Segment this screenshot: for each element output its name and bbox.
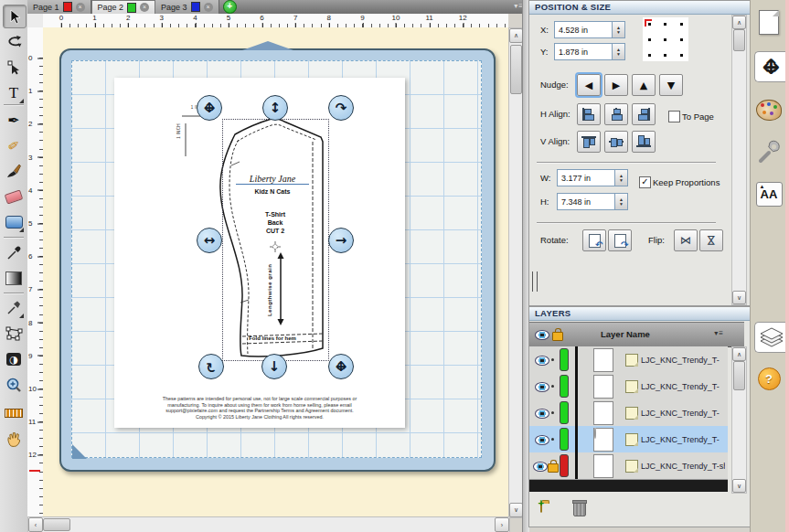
anchor-point-grid[interactable] xyxy=(643,17,688,61)
keep-proportions-checkbox[interactable]: ✓ xyxy=(639,176,651,188)
knife-tool-button[interactable] xyxy=(3,297,25,319)
panel-scrollbar[interactable]: ∧ ∨ xyxy=(731,15,747,305)
y-input[interactable]: 1.878 in ▲▼ xyxy=(554,43,625,60)
scroll-up-icon[interactable]: ∧ xyxy=(732,16,746,29)
layer-thumbnail[interactable] xyxy=(593,454,613,478)
tab-page-2[interactable]: Page 2 × xyxy=(91,0,156,14)
layers-menu-icon[interactable]: ▾≡ xyxy=(714,329,724,337)
canvas-viewport[interactable]: 1 INCH 1 INCH Liberty Jane Kidz N Cats T… xyxy=(43,27,508,516)
width-input[interactable]: 3.177 in ▲▼ xyxy=(557,169,628,186)
help-button[interactable]: ? xyxy=(754,364,784,393)
fonts-tab-button[interactable]: ▲AA xyxy=(754,179,784,208)
pages-tab-button[interactable] xyxy=(754,7,784,37)
close-tab-icon[interactable]: × xyxy=(76,3,85,12)
shape-tool-button[interactable] xyxy=(3,211,25,233)
layer-row[interactable]: LJC_KNC_Trendy_T- xyxy=(529,399,728,427)
layer-color-bar[interactable] xyxy=(560,348,569,371)
handle-rotate-top-right[interactable]: ↷ xyxy=(328,95,354,121)
layer-row[interactable]: LJC_KNC_Trendy_T- xyxy=(529,373,728,400)
visibility-column-eye-icon[interactable] xyxy=(535,330,549,340)
handle-rotate-bottom-left[interactable]: ↷ xyxy=(198,354,224,379)
handle-stretch-bottom[interactable]: ↓ xyxy=(261,354,287,379)
rotate-left-button[interactable]: ↶ xyxy=(582,229,606,251)
nudge-left-button[interactable]: ◀ xyxy=(577,74,601,96)
outline-tool-button[interactable] xyxy=(3,323,25,345)
scroll-down-icon[interactable]: ∨ xyxy=(732,291,746,304)
v-scroll-thumb[interactable] xyxy=(510,45,522,94)
gradient-fill-tool-button[interactable] xyxy=(3,267,25,289)
tools-tab-button[interactable] xyxy=(754,137,784,166)
pen-tool-button[interactable]: ✒ xyxy=(3,109,25,131)
layer-visibility-eye-icon[interactable] xyxy=(533,462,548,472)
rotate-tool-button[interactable] xyxy=(3,31,25,53)
scroll-down-icon[interactable]: ∨ xyxy=(732,479,746,493)
nudge-down-button[interactable]: ▼ xyxy=(659,74,683,96)
scroll-down-icon[interactable]: ∨ xyxy=(509,503,523,517)
layer-color-bar[interactable] xyxy=(560,428,569,451)
align-bottom-button[interactable] xyxy=(632,131,656,153)
scroll-up-icon[interactable]: ∧ xyxy=(732,347,746,361)
y-spinner[interactable]: ▲▼ xyxy=(612,44,624,59)
w-spinner[interactable]: ▲▼ xyxy=(614,170,627,186)
layer-color-bar[interactable] xyxy=(560,454,569,477)
layer-visibility-eye-icon[interactable] xyxy=(535,409,549,419)
layers-scrollbar[interactable]: ∧ ∨ xyxy=(731,346,747,494)
layer-row-selected[interactable]: LJC_KNC_Trendy_T- xyxy=(529,426,728,453)
align-left-button[interactable] xyxy=(577,103,601,125)
align-top-button[interactable] xyxy=(577,131,601,153)
tab-page-1[interactable]: Page 1 × xyxy=(27,0,91,14)
nudge-right-button[interactable]: ▶ xyxy=(604,74,628,96)
tab-page-3[interactable]: Page 3 × xyxy=(155,0,219,14)
scroll-up-icon[interactable]: ∧ xyxy=(509,28,523,43)
layer-visibility-eye-icon[interactable] xyxy=(535,435,549,445)
handle-stretch-right[interactable]: → xyxy=(328,228,354,253)
lock-column-padlock-icon[interactable] xyxy=(552,332,563,341)
x-spinner[interactable]: ▲▼ xyxy=(612,22,624,37)
layer-row[interactable]: LJC_KNC_Trendy_T- xyxy=(529,346,728,374)
rotate-right-button[interactable]: ↷ xyxy=(608,229,632,251)
panel-resize-grip[interactable] xyxy=(532,271,538,292)
layer-thumbnail[interactable] xyxy=(593,428,613,452)
close-tab-icon[interactable]: × xyxy=(140,3,149,12)
layer-color-bar[interactable] xyxy=(560,375,569,398)
layers-scroll-thumb[interactable] xyxy=(733,361,745,390)
eraser-tool-button[interactable] xyxy=(3,186,25,207)
align-middle-v-button[interactable] xyxy=(604,131,628,153)
close-tab-icon[interactable]: × xyxy=(204,3,213,12)
h-scroll-thumb[interactable] xyxy=(43,518,70,531)
handle-move-bottom-right[interactable]: ↔↕ xyxy=(328,354,354,379)
layer-color-bar[interactable] xyxy=(560,401,569,424)
add-page-button[interactable]: + xyxy=(223,0,237,14)
color-tab-button[interactable] xyxy=(754,95,784,124)
position-size-tab-button[interactable]: ↔↕ xyxy=(754,51,787,82)
align-right-button[interactable] xyxy=(632,103,656,125)
handle-resize-horizontal-left[interactable]: ↔ xyxy=(197,228,222,253)
layer-thumbnail[interactable] xyxy=(593,348,613,372)
layer-visibility-eye-icon[interactable] xyxy=(535,382,549,392)
contrast-tool-button[interactable]: ◑ xyxy=(3,348,25,370)
node-edit-tool-button[interactable] xyxy=(3,57,25,79)
pencil-tool-button[interactable]: ✏ xyxy=(3,134,25,156)
brush-tool-button[interactable] xyxy=(3,160,25,182)
scroll-right-icon[interactable]: › xyxy=(495,517,509,532)
canvas-horizontal-scrollbar[interactable]: ‹ › xyxy=(27,516,510,532)
handle-move-top-left[interactable]: ↔↕ xyxy=(197,95,222,121)
nudge-up-button[interactable]: ▲ xyxy=(632,74,656,96)
layer-thumbnail[interactable] xyxy=(593,401,613,425)
pan-tool-button[interactable] xyxy=(3,428,25,450)
select-tool-button[interactable] xyxy=(3,5,27,28)
layer-visibility-eye-icon[interactable] xyxy=(535,356,549,366)
layers-tab-button[interactable] xyxy=(754,322,787,353)
add-layer-button[interactable]: + xyxy=(540,503,542,512)
measure-tool-button[interactable] xyxy=(3,402,25,424)
delete-layer-button[interactable] xyxy=(573,502,586,516)
flip-horizontal-button[interactable]: ⋈ xyxy=(674,229,698,251)
eyedropper-tool-button[interactable] xyxy=(3,241,25,263)
layer-row-locked[interactable]: LJC_KNC_Trendy_T-shir xyxy=(529,452,728,480)
x-input[interactable]: 4.528 in ▲▼ xyxy=(554,21,625,38)
layer-lock-icon[interactable] xyxy=(548,463,559,473)
height-input[interactable]: 7.348 in ▲▼ xyxy=(557,193,628,210)
zoom-tool-button[interactable] xyxy=(3,374,25,396)
text-tool-button[interactable]: T xyxy=(3,82,25,104)
align-center-h-button[interactable] xyxy=(604,103,628,125)
